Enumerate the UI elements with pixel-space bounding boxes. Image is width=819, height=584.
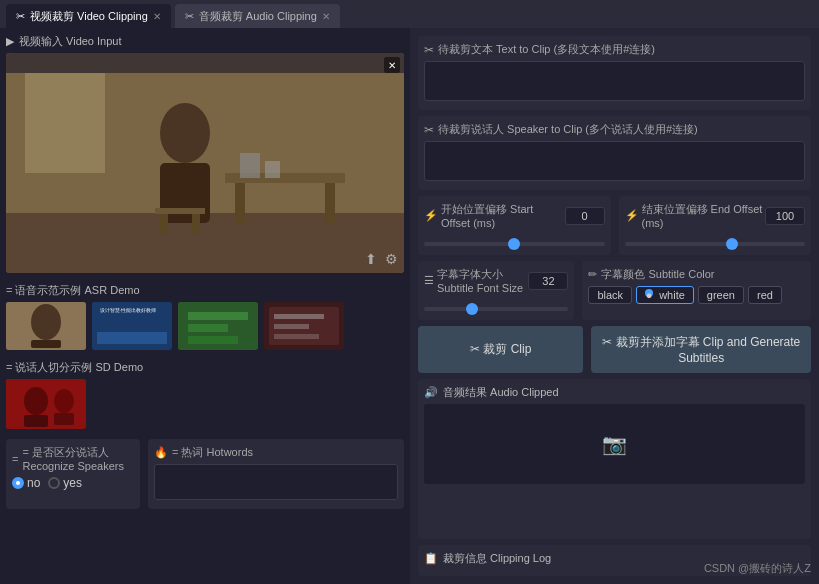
left-panel: ▶ 视频输入 Video Input ✕ [0,28,410,584]
svg-rect-18 [97,332,167,344]
svg-text:设计智慧·性能出教好教师: 设计智慧·性能出教好教师 [100,307,156,313]
end-offset-slider[interactable] [625,242,806,246]
asr-demo-label: = 语音示范示例 ASR Demo [6,283,140,298]
font-size-group: ☰ 字幕字体大小 Subtitle Font Size 32 [418,261,574,320]
svg-rect-22 [188,324,228,332]
start-offset-icon: ⚡ [424,209,438,222]
subtitle-color-group: ✏ 字幕颜色 Subtitle Color black ● white gree… [582,261,811,320]
font-size-label: ☰ 字幕字体大小 Subtitle Font Size [424,267,528,294]
text-clip-icon: ✂ [424,43,434,57]
radio-no-dot [12,477,24,489]
audio-clipped-section: 🔊 音频结果 Audio Clipped 📷 [418,379,811,539]
asr-thumb-3[interactable] [178,302,258,350]
main-content: ▶ 视频输入 Video Input ✕ [0,28,819,584]
color-options: black ● white green red [588,286,805,304]
color-white-dot: ● [645,289,653,297]
hotwords-icon: 🔥 [154,446,168,459]
sd-demo-header: = 说话人切分示例 SD Demo [6,360,404,375]
watermark: CSDN @搬砖的诗人Z [704,561,811,576]
hotwords-input[interactable] [154,464,398,500]
speaker-to-clip-section: ✂ 待裁剪说话人 Speaker to Clip (多个说话人使用#连接) [418,116,811,190]
svg-rect-21 [188,312,248,320]
start-offset-header: ⚡ 开始位置偏移 Start Offset (ms) 0 [424,202,605,229]
svg-rect-12 [192,214,200,234]
svg-rect-23 [188,336,238,344]
color-white-btn[interactable]: ● white [636,286,694,304]
svg-rect-33 [54,413,74,425]
upload-icon[interactable]: ⬆ [365,251,377,267]
color-green-btn[interactable]: green [698,286,744,304]
font-size-header: ☰ 字幕字体大小 Subtitle Font Size 32 [424,267,568,294]
speaker-clip-icon: ✂ [424,123,434,137]
text-to-clip-input[interactable] [424,61,805,101]
svg-rect-6 [235,183,245,223]
text-to-clip-label: ✂ 待裁剪文本 Text to Clip (多段文本使用#连接) [424,42,805,57]
subtitle-color-icon: ✏ [588,268,597,281]
svg-rect-13 [6,53,404,73]
clipping-log-icon: 📋 [424,552,438,565]
tab-close-video[interactable]: ✕ [153,11,161,22]
color-black-btn[interactable]: black [588,286,632,304]
speaker-to-clip-label: ✂ 待裁剪说话人 Speaker to Clip (多个说话人使用#连接) [424,122,805,137]
svg-rect-8 [240,153,260,178]
radio-no[interactable]: no [12,476,40,490]
radio-yes-label: yes [63,476,82,490]
end-offset-value[interactable]: 100 [765,207,805,225]
svg-rect-11 [160,214,168,234]
audio-clip-tab-icon: ✂ [185,10,194,23]
end-offset-header: ⚡ 结束位置偏移 End Offset (ms) 100 [625,202,806,229]
video-input-header: ▶ 视频输入 Video Input [6,34,404,49]
svg-point-32 [54,389,74,413]
clip-subtitle-button[interactable]: ✂ 裁剪并添加字幕 Clip and Generate Subtitles [591,326,811,373]
video-controls: ⬆ ⚙ [365,251,398,267]
tab-audio-clipping[interactable]: ✂ 音频裁剪 Audio Clipping ✕ [175,4,340,28]
video-clip-tab-icon: ✂ [16,10,25,23]
svg-rect-10 [155,208,205,214]
sd-demo-thumbs [6,379,404,429]
video-scene [6,53,404,273]
color-black-label: black [597,289,623,301]
bottom-controls: = = 是否区分说话人 Recognize Speakers no yes [6,439,404,509]
audio-clip-tab-label: 音频裁剪 Audio Clipping [199,9,317,24]
color-white-label: white [659,289,685,301]
recognize-speakers-prefix: = [12,453,18,465]
video-placeholder-icon: 📷 [602,432,627,456]
subtitle-color-label: ✏ 字幕颜色 Subtitle Color [588,267,805,282]
font-size-slider[interactable] [424,307,568,311]
font-row: ☰ 字幕字体大小 Subtitle Font Size 32 ✏ 字幕颜色 Su… [418,261,811,320]
svg-point-30 [24,387,48,415]
video-container: ✕ [6,53,404,273]
asr-thumb-2[interactable]: 设计智慧·性能出教好教师 [92,302,172,350]
svg-point-15 [31,304,61,340]
tab-bar: ✂ 视频裁剪 Video Clipping ✕ ✂ 音频裁剪 Audio Cli… [0,0,819,28]
start-offset-value[interactable]: 0 [565,207,605,225]
recognize-speakers-label: = = 是否区分说话人 Recognize Speakers [12,445,134,472]
sd-thumb-1[interactable] [6,379,86,429]
tab-close-audio[interactable]: ✕ [322,11,330,22]
speaker-to-clip-input[interactable] [424,141,805,181]
svg-rect-9 [265,161,280,178]
clip-button[interactable]: ✂ 裁剪 Clip [418,326,583,373]
right-panel: ✂ 待裁剪文本 Text to Clip (多段文本使用#连接) ✂ 待裁剪说话… [410,28,819,584]
color-red-label: red [757,289,773,301]
audio-clipped-icon: 🔊 [424,386,438,399]
color-red-btn[interactable]: red [748,286,782,304]
audio-content-area: 📷 [424,404,805,484]
font-size-value[interactable]: 32 [528,272,568,290]
video-close-button[interactable]: ✕ [384,57,400,73]
radio-group-speakers: no yes [12,476,134,490]
start-offset-slider[interactable] [424,242,605,246]
radio-no-label: no [27,476,40,490]
svg-rect-16 [31,340,61,348]
svg-rect-31 [24,415,48,427]
tab-video-clipping[interactable]: ✂ 视频裁剪 Video Clipping ✕ [6,4,171,28]
offset-sliders-row: ⚡ 开始位置偏移 Start Offset (ms) 0 ⚡ 结束位置偏移 En… [418,196,811,255]
text-to-clip-section: ✂ 待裁剪文本 Text to Clip (多段文本使用#连接) [418,36,811,110]
asr-demo-section: = 语音示范示例 ASR Demo 设计智慧·性能出教好教师 [6,283,404,350]
radio-yes[interactable]: yes [48,476,82,490]
asr-thumb-1[interactable] [6,302,86,350]
video-input-section: ▶ 视频输入 Video Input ✕ [6,34,404,273]
asr-thumb-4[interactable] [264,302,344,350]
settings-icon[interactable]: ⚙ [385,251,398,267]
hotwords-box: 🔥 = 热词 Hotwords [148,439,404,509]
